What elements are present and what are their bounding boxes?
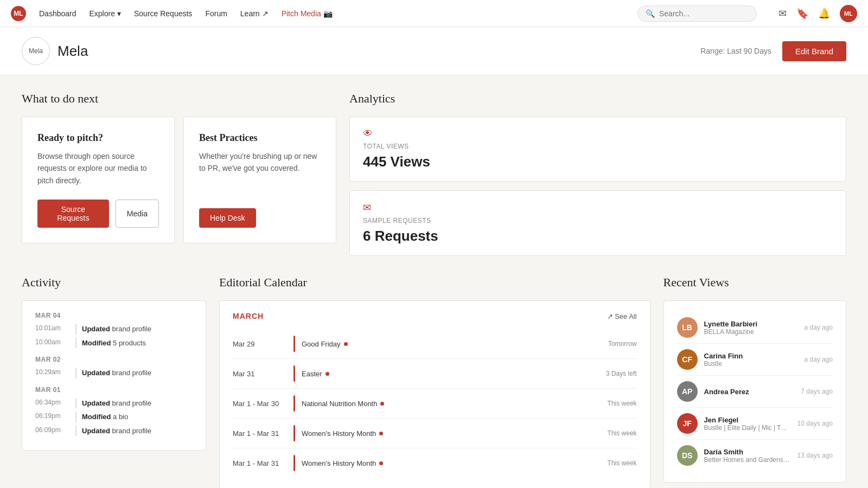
nav-learn[interactable]: Learn ↗ (240, 9, 269, 18)
editorial-rows: Mar 29 Good Friday TomorrowMar 31 Easter… (233, 329, 637, 478)
activity-text: Modified 5 products (75, 338, 146, 349)
cal-timing: Tomorrow (608, 340, 637, 348)
cal-timing: This week (608, 459, 637, 467)
editorial-row[interactable]: Mar 1 - Mar 31 Women's History Month Thi… (233, 419, 637, 448)
help-desk-button[interactable]: Help Desk (199, 208, 256, 228)
editorial-row[interactable]: Mar 1 - Mar 31 Women's History Month Thi… (233, 448, 637, 478)
recent-view-item[interactable]: CF Carina Finn Bustle a day ago (677, 344, 833, 376)
recent-time: a day ago (804, 356, 833, 363)
activity-date-label: MAR 02 (35, 356, 193, 363)
nav-forum[interactable]: Forum (205, 9, 227, 18)
recent-publication: Bustle | Elite Daily | Mic | The ... (704, 424, 791, 432)
avatar: LB (677, 317, 698, 338)
recent-view-item[interactable]: DS Daria Smith Better Homes and Gardens … (677, 440, 833, 471)
brand-header-actions: Range: Last 90 Days Edit Brand (700, 41, 846, 61)
editorial-row[interactable]: Mar 29 Good Friday Tomorrow (233, 329, 637, 359)
editorial-title: Editorial Calendar (219, 275, 650, 290)
activity-date-label: MAR 04 (35, 312, 193, 319)
recent-views-box: LB Lynette Barbieri BELLA Magazine a day… (663, 300, 846, 483)
cal-date: Mar 1 - Mar 31 (233, 429, 287, 438)
recent-info: Jen Fiegel Bustle | Elite Daily | Mic | … (704, 416, 791, 432)
activity-time: 06:09pm (35, 426, 68, 436)
search-icon: 🔍 (646, 9, 655, 18)
bookmark-icon[interactable]: 🔖 (796, 8, 808, 20)
source-requests-button[interactable]: Source Requests (37, 200, 109, 228)
activity-item: 10:29am Updated brand profile (35, 368, 193, 378)
analytics-title: Analytics (349, 92, 846, 106)
nav-pitch-media[interactable]: Pitch Media 📷 (282, 9, 333, 18)
activity-time: 06:19pm (35, 412, 68, 422)
total-views-value: 445 Views (363, 153, 833, 170)
best-practices-card: Best Practices Whether you're brushing u… (183, 117, 336, 243)
arrow-icon: ↗ (262, 9, 269, 18)
recent-view-item[interactable]: LB Lynette Barbieri BELLA Magazine a day… (677, 312, 833, 344)
cal-event: Women's History Month (302, 429, 601, 438)
activity-text: Modified a bio (75, 412, 128, 422)
cal-bar (293, 425, 295, 441)
avatar: CF (677, 349, 698, 370)
what-to-do-section: What to do next Ready to pitch? Browse t… (22, 92, 336, 256)
activity-text: Updated brand profile (75, 368, 151, 378)
avatar: AP (677, 381, 698, 402)
activity-time: 10:00am (35, 338, 68, 349)
what-to-do-title: What to do next (22, 92, 336, 106)
pitch-card: Ready to pitch? Browse through open sour… (22, 117, 175, 243)
search-input[interactable] (659, 9, 746, 18)
cal-bar (293, 365, 295, 382)
pitch-card-buttons: Source Requests Media (37, 200, 159, 228)
editorial-month: MARCH (233, 312, 264, 320)
cal-date: Mar 1 - Mar 31 (233, 459, 287, 467)
media-button[interactable]: Media (116, 200, 159, 228)
activity-time: 10:29am (35, 368, 68, 378)
date-range-label: Range: Last 90 Days (700, 47, 771, 55)
see-all-link[interactable]: ↗ See All (607, 312, 637, 320)
activity-text: Updated brand profile (75, 398, 151, 409)
recent-publication: Better Homes and Gardens | Fa... (704, 456, 791, 464)
nav-explore[interactable]: Explore ▾ (90, 9, 121, 18)
cal-date: Mar 1 - Mar 30 (233, 400, 287, 408)
eye-icon: 👁 (363, 128, 833, 139)
top-row: What to do next Ready to pitch? Browse t… (22, 92, 846, 256)
bottom-row: Activity MAR 0410:01am Updated brand pro… (22, 275, 846, 488)
activity-box: MAR 0410:01am Updated brand profile10:00… (22, 300, 206, 451)
cal-event: Good Friday (302, 340, 602, 348)
main-content: What to do next Ready to pitch? Browse t… (0, 75, 868, 488)
recent-view-item[interactable]: AP Andrea Perez 7 days ago (677, 376, 833, 408)
recent-info: Daria Smith Better Homes and Gardens | F… (704, 448, 791, 464)
total-views-card: 👁 TOTAL VIEWS 445 Views (349, 117, 846, 182)
activity-time: 10:01am (35, 324, 68, 335)
bell-icon[interactable]: 🔔 (818, 8, 830, 20)
recent-person-name: Carina Finn (704, 352, 798, 360)
pitch-card-title: Ready to pitch? (37, 132, 159, 144)
total-views-label: TOTAL VIEWS (363, 143, 833, 150)
best-practices-text: Whether you're brushing up or new to PR,… (199, 150, 321, 195)
search-bar: 🔍 (637, 5, 757, 22)
recent-info: Andrea Perez (704, 388, 795, 396)
cal-event: National Nutrition Month (302, 400, 601, 408)
edit-brand-button[interactable]: Edit Brand (782, 41, 846, 61)
recent-info: Lynette Barbieri BELLA Magazine (704, 320, 798, 336)
user-avatar[interactable]: ML (840, 5, 857, 22)
cal-event-dot (379, 461, 383, 465)
nav-dashboard[interactable]: Dashboard (39, 9, 76, 18)
analytics-cards: 👁 TOTAL VIEWS 445 Views ✉ SAMPLE REQUEST… (349, 117, 846, 256)
recent-publication: BELLA Magazine (704, 328, 791, 336)
nav-source-requests[interactable]: Source Requests (134, 9, 192, 18)
activity-section: Activity MAR 0410:01am Updated brand pro… (22, 275, 206, 488)
activity-item: 10:00am Modified 5 products (35, 338, 193, 349)
editorial-row[interactable]: Mar 1 - Mar 30 National Nutrition Month … (233, 389, 637, 419)
activity-title: Activity (22, 275, 206, 290)
activity-text: Updated brand profile (75, 426, 151, 436)
cal-event-dot (326, 372, 329, 376)
mail-icon[interactable]: ✉ (778, 8, 787, 20)
avatar: DS (677, 445, 698, 466)
editorial-row[interactable]: Mar 31 Easter 3 Days left (233, 359, 637, 389)
recent-view-item[interactable]: JF Jen Fiegel Bustle | Elite Daily | Mic… (677, 408, 833, 440)
action-cards: Ready to pitch? Browse through open sour… (22, 117, 336, 243)
cal-date: Mar 29 (233, 340, 287, 348)
sample-requests-card: ✉ SAMPLE REQUESTS 6 Requests (349, 190, 846, 256)
recent-time: a day ago (804, 324, 833, 331)
cal-event: Easter (302, 370, 599, 378)
cal-event-dot (344, 342, 348, 346)
recent-time: 13 days ago (797, 452, 833, 459)
